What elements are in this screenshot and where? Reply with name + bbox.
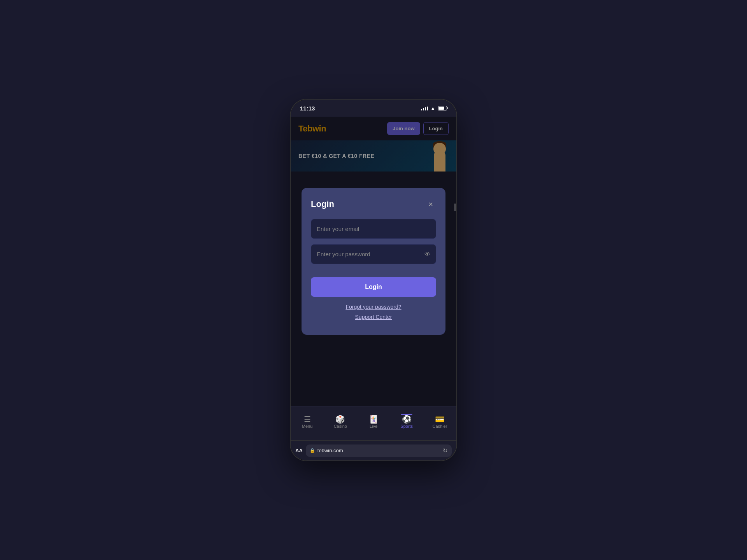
nav-live[interactable]: 🃏 Live: [357, 415, 390, 429]
phone-frame: 11:13 ▲ Tebwin Join now Login: [290, 99, 457, 461]
website-content: Tebwin Join now Login BET €10 & GET A €1…: [291, 117, 456, 406]
email-field-group: [311, 219, 436, 239]
forgot-password-link[interactable]: Forgot your password?: [311, 304, 436, 310]
status-icons: ▲: [421, 105, 447, 111]
browser-address-bar: AA 🔒 tebwin.com ↻: [291, 440, 456, 460]
modal-header: Login ×: [311, 199, 436, 210]
sports-label: Sports: [400, 424, 413, 429]
nav-casino[interactable]: 🎲 Casino: [324, 415, 357, 429]
menu-icon: ☰: [304, 415, 311, 424]
password-wrapper: 👁: [311, 244, 436, 264]
active-indicator: [401, 414, 412, 415]
modal-title: Login: [311, 199, 334, 209]
email-input[interactable]: [311, 219, 436, 239]
wifi-icon: ▲: [430, 105, 435, 111]
refresh-icon[interactable]: ↻: [443, 447, 448, 454]
url-bar[interactable]: 🔒 tebwin.com ↻: [306, 444, 452, 457]
sports-icon: ⚽: [402, 415, 412, 424]
signal-icon: [421, 106, 428, 110]
toggle-password-icon[interactable]: 👁: [424, 251, 431, 258]
menu-label: Menu: [302, 424, 313, 429]
nav-cashier[interactable]: 💳 Cashier: [423, 415, 456, 429]
modal-links: Forgot your password? Support Center: [311, 304, 436, 320]
cashier-icon: 💳: [435, 415, 445, 424]
password-input[interactable]: [311, 244, 436, 264]
status-bar: 11:13 ▲: [291, 100, 456, 117]
support-center-link[interactable]: Support Center: [311, 314, 436, 320]
safari-toolbar: ‹ › ⬆ 📖 ⧉: [291, 460, 456, 461]
login-submit-button[interactable]: Login: [311, 277, 436, 297]
nav-menu[interactable]: ☰ Menu: [291, 415, 324, 429]
scroll-indicator: [454, 203, 456, 211]
casino-label: Casino: [334, 424, 347, 429]
live-label: Live: [370, 424, 377, 429]
battery-icon: [438, 106, 447, 110]
nav-sports[interactable]: ⚽ Sports: [390, 415, 423, 429]
time-display: 11:13: [300, 105, 315, 112]
url-text: tebwin.com: [317, 448, 343, 453]
lock-icon: 🔒: [310, 448, 315, 453]
aa-button[interactable]: AA: [295, 448, 303, 453]
cashier-label: Cashier: [432, 424, 447, 429]
live-icon: 🃏: [369, 415, 379, 424]
casino-icon: 🎲: [335, 415, 345, 424]
close-modal-button[interactable]: ×: [425, 199, 436, 210]
password-field-group: 👁: [311, 244, 436, 264]
bottom-navigation: ☰ Menu 🎲 Casino 🃏 Live ⚽ Sports 💳 Cashie…: [291, 406, 456, 440]
login-modal: Login × 👁 Login Forgot your password? Su…: [302, 188, 445, 335]
